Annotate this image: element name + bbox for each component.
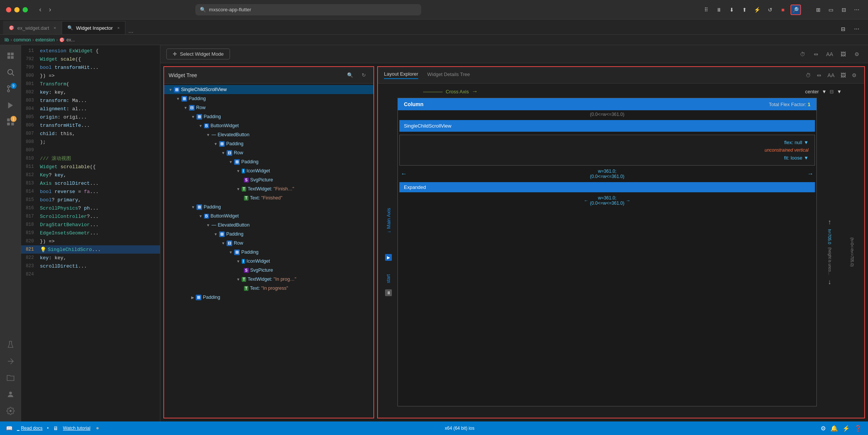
scroll-view-box[interactable]: SingleChildScrollView xyxy=(399,120,815,132)
tree-item-svgpicture-2[interactable]: S SvgPicture xyxy=(164,266,373,275)
tree-content[interactable]: ▼ ⊞ SingleChildScrollView ▼ ⊞ Padding xyxy=(164,84,373,418)
editor-more-icon[interactable]: ⋯ xyxy=(851,24,862,34)
toolbar-grid-icon[interactable]: ⠿ xyxy=(701,5,711,15)
tree-item-textwidget-2[interactable]: ▼ T TextWidget: "In prog…" xyxy=(164,275,373,284)
activity-extensions[interactable]: 1 xyxy=(3,114,18,129)
layout-text-icon[interactable]: AA xyxy=(826,71,836,80)
toolbar-inspect-icon[interactable]: 🔎 xyxy=(790,5,801,15)
layout-image-icon[interactable]: 🖼 xyxy=(839,71,847,80)
bc-common[interactable]: common xyxy=(14,37,31,43)
forward-button[interactable]: › xyxy=(47,5,53,14)
status-help-icon[interactable]: ❓ xyxy=(854,425,862,432)
tree-item-padding-8[interactable]: ▶ ⊞ Padding xyxy=(164,293,373,302)
bc-extension[interactable]: extension xyxy=(35,37,55,43)
toolbar-step-over-icon[interactable]: ⬇ xyxy=(726,5,737,15)
tree-item-iconwidget-2[interactable]: ▼ I IconWidget xyxy=(164,257,373,266)
activity-run[interactable] xyxy=(3,98,18,113)
tab-more[interactable]: ... xyxy=(125,27,136,34)
layout-settings-icon[interactable]: ⚙ xyxy=(850,71,858,80)
activity-folder[interactable] xyxy=(3,370,18,385)
tree-item-text-finished[interactable]: T Text: "Finished" xyxy=(164,193,373,202)
sidebar-expand-btn[interactable]: ▶ xyxy=(385,254,392,261)
tree-item-elevatedbutton-2[interactable]: ▼ — ElevatedButton xyxy=(164,221,373,230)
h-range-label: (height is unco... xyxy=(828,247,832,275)
tab-inspector-close[interactable]: × xyxy=(117,26,120,30)
read-docs-link[interactable]: _ Read docs xyxy=(17,426,43,431)
tree-item-textwidget-1[interactable]: ▼ T TextWidget: "Finish…" xyxy=(164,184,373,193)
tree-item-iconwidget-1[interactable]: ▼ I IconWidget xyxy=(164,166,373,175)
status-gear-icon[interactable]: ⚙ xyxy=(821,425,826,432)
maximize-button[interactable] xyxy=(23,7,28,12)
fit-dropdown[interactable]: fit: loose ▼ xyxy=(784,155,809,161)
read-docs-underline-icon: _ xyxy=(17,426,20,431)
tab-widget-details[interactable]: Widget Details Tree xyxy=(427,71,470,79)
inspector-settings-icon[interactable]: ⚙ xyxy=(851,49,862,59)
activity-source-control[interactable]: 9 xyxy=(3,81,18,96)
activity-search[interactable] xyxy=(3,65,18,80)
tab-file-close[interactable]: × xyxy=(54,26,56,30)
watch-tutorial-link[interactable]: Watch tutorial xyxy=(63,426,90,431)
tree-item-row-1[interactable]: ▼ ⊟ Row xyxy=(164,103,373,112)
tree-search-btn[interactable]: 🔍 xyxy=(345,70,355,81)
activity-explorer[interactable] xyxy=(3,48,18,63)
activity-remote[interactable] xyxy=(3,354,18,369)
tree-item-padding-5[interactable]: ▼ ⊞ Padding xyxy=(164,202,373,211)
toolbar-lightning-icon[interactable]: ⚡ xyxy=(752,5,763,15)
tree-item-elevatedbutton-1[interactable]: ▼ — ElevatedButton xyxy=(164,130,373,139)
widget-tree: Widget Tree 🔍 ↻ ▼ ⊞ SingleChildScrollVie… xyxy=(163,66,374,418)
inspector-image-icon[interactable]: 🖼 xyxy=(838,49,848,59)
tree-item-padding-2[interactable]: ▼ ⊞ Padding xyxy=(164,112,373,121)
tree-item-text-inprogress[interactable]: T Text: "In progress" xyxy=(164,284,373,293)
status-debug-icon[interactable]: ⚡ xyxy=(842,425,850,432)
back-button[interactable]: ‹ xyxy=(37,5,44,14)
tree-item-buttonwidget-1[interactable]: ▼ B ButtonWidget xyxy=(164,121,373,130)
editor-split-icon[interactable]: ⊟ xyxy=(838,24,848,34)
toolbar-panel-icon[interactable]: ▭ xyxy=(826,5,836,15)
tree-item-singlechildscrollview[interactable]: ▼ ⊞ SingleChildScrollView xyxy=(164,85,373,94)
layout-timer-icon[interactable]: ⏱ xyxy=(804,71,812,80)
tree-item-row-2[interactable]: ▼ ⊟ Row xyxy=(164,148,373,157)
align-dropdown[interactable]: ▼ xyxy=(837,89,842,94)
right-h-label: (h=0<=h<=705.0) xyxy=(850,237,854,267)
tree-item-padding-1[interactable]: ▼ ⊞ Padding xyxy=(164,94,373,103)
toolbar-stop-icon[interactable]: ■ xyxy=(778,5,788,15)
activity-account[interactable] xyxy=(3,387,18,402)
status-book-icon[interactable]: 📖 xyxy=(6,425,12,431)
tree-item-padding-4[interactable]: ▼ ⊞ Padding xyxy=(164,157,373,166)
minimize-button[interactable] xyxy=(14,7,20,12)
activity-flask[interactable] xyxy=(3,337,18,352)
toolbar-step-into-icon[interactable]: ⬆ xyxy=(739,5,750,15)
toolbar-restart-icon[interactable]: ↺ xyxy=(765,5,775,15)
tree-item-row-3[interactable]: ▼ ⊟ Row xyxy=(164,239,373,248)
layout-filter-icon[interactable]: ⇔ xyxy=(815,71,823,80)
select-widget-btn[interactable]: ✛ Select Widget Mode xyxy=(166,49,230,59)
tree-item-padding-6[interactable]: ▼ ⊞ Padding xyxy=(164,230,373,239)
tab-inspector[interactable]: 🔍 Widget Inspector × xyxy=(62,21,125,34)
tree-item-padding-3[interactable]: ▼ ⊞ Padding xyxy=(164,139,373,148)
tree-refresh-btn[interactable]: ↻ xyxy=(358,70,369,81)
tab-file[interactable]: 🎯 ex_widget.dart × xyxy=(3,21,62,34)
inspector-filter-icon[interactable]: ⇔ xyxy=(811,49,821,59)
toolbar-split-icon[interactable]: ⊞ xyxy=(813,5,824,15)
tab-layout-explorer[interactable]: Layout Explorer xyxy=(384,71,418,79)
expanded-box[interactable]: Expanded xyxy=(399,182,815,192)
tree-item-padding-7[interactable]: ▼ ⊞ Padding xyxy=(164,248,373,257)
tree-item-svgpicture-1[interactable]: S SvgPicture xyxy=(164,175,373,184)
status-monitor-icon[interactable]: 🖥 xyxy=(53,425,58,431)
cross-axis-dropdown[interactable]: ▼ xyxy=(822,89,827,94)
flex-null-dropdown[interactable]: flex: null ▼ xyxy=(784,140,809,145)
activity-settings[interactable] xyxy=(3,403,18,418)
toolbar-layout-icon[interactable]: ⊟ xyxy=(839,5,849,15)
toolbar-pause-icon[interactable]: ⏸ xyxy=(714,5,724,15)
toolbar-more-icon[interactable]: ⋯ xyxy=(851,5,862,15)
nav-buttons: ‹ › xyxy=(37,5,53,14)
sidebar-collapse-btn[interactable]: ⏸ xyxy=(385,289,392,296)
tree-item-buttonwidget-2[interactable]: ▼ B ButtonWidget xyxy=(164,211,373,221)
cross-axis-line-left: ———— xyxy=(423,89,443,94)
inspector-text-icon[interactable]: AA xyxy=(824,49,835,59)
status-warning-icon[interactable]: 🔔 xyxy=(830,425,838,432)
close-button[interactable] xyxy=(6,7,11,12)
search-bar[interactable]: 🔍 mxscore-app-flutter xyxy=(195,4,421,15)
inspector-timer-icon[interactable]: ⏱ xyxy=(797,49,808,59)
bc-lib[interactable]: lib xyxy=(5,37,9,43)
